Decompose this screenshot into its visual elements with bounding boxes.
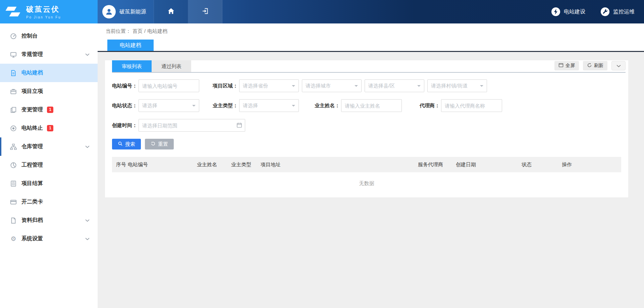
- fullscreen-button[interactable]: 全屏: [554, 61, 579, 70]
- page-tab-station-archive[interactable]: 电站建档: [107, 40, 154, 51]
- top-header: 破茧云伏 Po Jian Yun Fu 破茧新能源 电站建: [0, 0, 644, 23]
- chevron-down-icon: [417, 85, 421, 88]
- sidebar-item-label: 电站终止: [21, 125, 43, 132]
- search-icon: [118, 141, 123, 147]
- reset-label: 重置: [158, 141, 168, 147]
- sidebar-item-label: 控制台: [21, 33, 38, 40]
- chevron-down-icon: [355, 85, 358, 88]
- notification-badge: 1: [47, 125, 53, 131]
- collapse-filters-button[interactable]: [611, 61, 626, 70]
- sidebar-item-project-initiation[interactable]: 项目立项: [0, 82, 98, 101]
- breadcrumb-home-link[interactable]: 首页: [132, 28, 143, 35]
- station-status-select[interactable]: 请选择: [139, 99, 199, 112]
- province-select-value: 请选择省份: [243, 83, 268, 89]
- sidebar-item-console[interactable]: 控制台: [0, 27, 98, 45]
- logout-button[interactable]: [188, 0, 222, 23]
- town-select[interactable]: 请选择村镇/街道: [427, 79, 487, 92]
- sidebar-item-open-type2-card[interactable]: 开二类卡: [0, 193, 98, 211]
- fullscreen-label: 全屏: [566, 63, 575, 69]
- sidebar-item-warehouse-management[interactable]: 仓库管理: [0, 137, 98, 156]
- search-button[interactable]: 搜索: [112, 139, 141, 149]
- lightning-icon: [551, 7, 560, 16]
- home-button[interactable]: [154, 0, 188, 23]
- sidebar-item-project-settlement[interactable]: 项目结算: [0, 174, 98, 193]
- station-status-value: 请选择: [142, 103, 157, 109]
- panel-tabs: 审核列表 通过列表 全屏 刷新: [112, 60, 626, 73]
- avatar: [102, 5, 116, 18]
- breadcrumb: 当前位置： 首页 / 电站建档: [98, 23, 644, 35]
- chevron-down-icon: [85, 219, 90, 222]
- owner-name-input[interactable]: [341, 99, 402, 112]
- gear-icon: ⚙: [10, 236, 17, 242]
- sidebar-item-label: 仓库管理: [21, 143, 43, 150]
- form-actions: 搜索 重置: [105, 139, 628, 149]
- chevron-down-icon: [85, 53, 90, 56]
- town-select-value: 请选择村镇/街道: [431, 83, 468, 89]
- owner-type-select[interactable]: 请选择: [239, 99, 299, 112]
- city-select[interactable]: 请选择城市: [302, 79, 362, 92]
- nav-station-build[interactable]: 电站建设: [551, 7, 585, 16]
- column-header: 序号: [116, 157, 126, 172]
- sidebar-item-system-settings[interactable]: ⚙ 系统设置: [0, 230, 98, 248]
- column-header: 电站编号: [128, 157, 148, 172]
- agent-input[interactable]: [441, 99, 502, 112]
- home-icon: [167, 7, 175, 16]
- chevron-down-icon: [292, 105, 295, 108]
- document-icon: [10, 70, 17, 76]
- chevron-down-icon: [480, 85, 483, 88]
- sidebar-item-label: 系统设置: [21, 235, 43, 242]
- province-select[interactable]: 请选择省份: [239, 79, 299, 92]
- tab-review-list[interactable]: 审核列表: [112, 60, 152, 72]
- nav-label: 电站建设: [564, 8, 585, 15]
- file-icon: [10, 217, 17, 224]
- refresh-label: 刷新: [594, 63, 603, 69]
- reset-button[interactable]: 重置: [145, 139, 174, 149]
- logo[interactable]: 破茧云伏 Po Jian Yun Fu: [0, 0, 98, 23]
- content-body: 审核列表 通过列表 全屏 刷新: [98, 52, 644, 308]
- company-name: 破茧新能源: [119, 8, 146, 15]
- refresh-icon: [587, 63, 592, 69]
- city-select-value: 请选择城市: [306, 83, 331, 89]
- sidebar-item-label: 常规管理: [21, 51, 43, 58]
- sitemap-icon: [10, 143, 17, 150]
- chevron-down-icon: [85, 145, 90, 148]
- sidebar-item-engineering-management[interactable]: 工程管理: [0, 156, 98, 174]
- column-header: 项目地址: [261, 157, 281, 172]
- main-area: 当前位置： 首页 / 电站建档 电站建档 审核列表 通过列表 全屏 刷新: [98, 23, 644, 308]
- sidebar-item-label: 变更管理: [21, 106, 43, 113]
- breadcrumb-current: 电站建档: [147, 28, 167, 35]
- briefcase-icon: [10, 88, 17, 95]
- create-time-label: 创建时间：: [112, 122, 137, 129]
- station-no-input[interactable]: [139, 79, 199, 92]
- filter-form: 电站编号： 项目区域： 请选择省份 请选择城市 请选择县/区: [105, 73, 628, 132]
- wrench-icon: [600, 7, 610, 16]
- refresh-button[interactable]: 刷新: [583, 61, 607, 70]
- sidebar-item-data-archive[interactable]: 资料归档: [0, 211, 98, 230]
- sidebar-item-station-termination[interactable]: 电站终止 1: [0, 119, 98, 137]
- nav-label: 监控运维: [613, 8, 635, 15]
- page-header: 当前位置： 首页 / 电站建档 电站建档: [98, 23, 644, 52]
- panel-toolbar: 全屏 刷新: [554, 61, 626, 70]
- owner-name-label: 业主姓名：: [315, 103, 340, 109]
- sidebar: 控制台 常规管理 电站建档 项目立项 变更管理 1 电站终止 1 仓库管理 工程…: [0, 23, 98, 308]
- pie-chart-icon: [10, 162, 17, 169]
- form-row: 电站状态： 请选择 业主类型： 请选择 业主姓名： 代理商：: [112, 99, 628, 112]
- chevron-down-icon: [85, 238, 90, 240]
- empty-state: 无数据: [112, 172, 621, 188]
- chevron-down-icon: [192, 105, 196, 108]
- date-range-input[interactable]: [139, 119, 245, 132]
- breadcrumb-prefix: 当前位置：: [106, 28, 131, 35]
- district-select[interactable]: 请选择县/区: [365, 79, 424, 92]
- column-header: 状态: [522, 157, 532, 172]
- sidebar-item-change-management[interactable]: 变更管理 1: [0, 101, 98, 119]
- reset-icon: [151, 141, 156, 147]
- tab-passed-list[interactable]: 通过列表: [152, 60, 191, 72]
- nav-monitor-ops[interactable]: 监控运维: [600, 7, 635, 16]
- sidebar-item-station-archive[interactable]: 电站建档: [0, 64, 98, 82]
- user-menu[interactable]: 破茧新能源: [98, 0, 154, 23]
- copy-icon: [10, 107, 17, 113]
- monitor-icon: [10, 51, 17, 58]
- column-header: 创建日期: [456, 157, 476, 172]
- sidebar-item-general-management[interactable]: 常规管理: [0, 45, 98, 64]
- sidebar-item-label: 项目结算: [21, 180, 43, 187]
